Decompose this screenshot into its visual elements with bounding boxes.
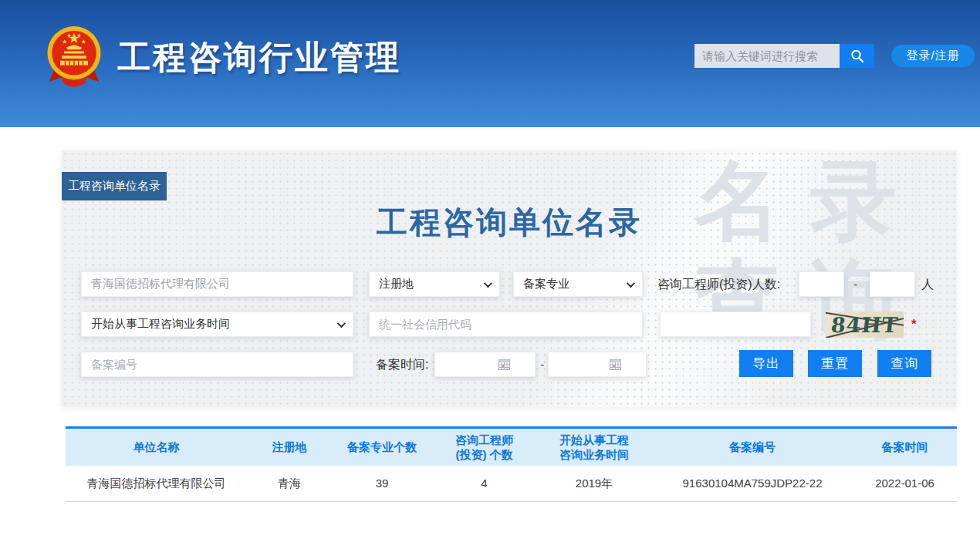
calendar-icon[interactable] (498, 359, 510, 370)
directory-search-panel: 名录 查询 工程咨询单位名录 工程咨询单位名录 注册地 备案专业 咨询工程师(投… (62, 150, 957, 407)
cell-engineer-count: 4 (432, 476, 536, 491)
company-name-input[interactable] (81, 271, 353, 297)
cell-region: 青海 (247, 476, 332, 491)
captcha-input[interactable] (660, 311, 811, 337)
record-time-label: 备案时间: (376, 352, 428, 377)
engineer-count-max-input[interactable] (870, 271, 915, 297)
cell-unit-name: 青海国德招标代理有限公司 (66, 476, 247, 491)
engineer-count-label: 咨询工程师(投资)人数: (657, 271, 780, 297)
col-header-record-number: 备案编号 (652, 439, 853, 455)
table-row: 青海国德招标代理有限公司 青海 39 4 2019年 91630104MA759… (66, 466, 957, 502)
cell-record-number: 91630104MA759JDP22-22 (652, 476, 853, 491)
cell-start-time: 2019年 (536, 476, 652, 491)
results-table: 单位名称 注册地 备案专业个数 咨询工程师 (投资) 个数 开始从事工程 咨询业… (66, 426, 957, 502)
col-header-specialty-count: 备案专业个数 (332, 439, 432, 455)
captcha-image[interactable]: 84HT (826, 311, 904, 338)
reset-button[interactable]: 重置 (808, 350, 862, 377)
chevron-down-icon (337, 318, 346, 327)
search-icon (850, 49, 865, 64)
query-button[interactable]: 查询 (877, 350, 931, 377)
calendar-icon[interactable] (610, 359, 621, 370)
col-header-start-time: 开始从事工程 咨询业务时间 (536, 433, 652, 463)
search-button[interactable] (840, 44, 874, 68)
page-title: 工程咨询行业管理 (117, 35, 401, 80)
table-header-row: 单位名称 注册地 备案专业个数 咨询工程师 (投资) 个数 开始从事工程 咨询业… (66, 429, 957, 466)
region-select[interactable]: 注册地 (369, 271, 500, 297)
credit-code-input[interactable] (369, 311, 643, 337)
captcha-text: 84HT (830, 313, 899, 337)
export-button[interactable]: 导出 (739, 350, 793, 377)
search-input[interactable] (694, 44, 840, 68)
panel-title: 工程咨询单位名录 (62, 201, 957, 244)
col-header-region: 注册地 (247, 439, 332, 455)
chevron-down-icon (627, 278, 635, 287)
col-header-record-time: 备案时间 (853, 439, 957, 455)
person-unit-label: 人 (921, 271, 934, 297)
start-time-select[interactable]: 开始从事工程咨询业务时间 (81, 311, 353, 337)
region-select-value: 注册地 (379, 277, 414, 291)
col-header-unit-name: 单位名称 (66, 439, 247, 455)
chevron-down-icon (484, 278, 492, 287)
start-time-select-value: 开始从事工程咨询业务时间 (91, 317, 230, 332)
national-emblem-logo (46, 25, 102, 88)
record-time-end-input[interactable] (548, 352, 647, 377)
record-number-input[interactable] (81, 352, 353, 377)
record-time-start-input[interactable] (434, 352, 536, 377)
header-search (694, 44, 874, 68)
col-header-engineer-count: 咨询工程师 (投资) 个数 (432, 433, 536, 463)
range-dash: - (853, 271, 857, 297)
site-header: 工程咨询行业管理 登录/注册 (0, 0, 980, 127)
cell-specialty-count: 39 (332, 476, 432, 491)
login-register-button[interactable]: 登录/注册 (891, 45, 975, 67)
specialty-select-value: 备案专业 (523, 277, 569, 291)
specialty-select[interactable]: 备案专业 (513, 271, 643, 297)
cell-record-time: 2022-01-06 (853, 476, 957, 491)
tab-unit-directory[interactable]: 工程咨询单位名录 (62, 172, 167, 200)
engineer-count-min-input[interactable] (799, 271, 844, 297)
required-asterisk: * (911, 311, 917, 337)
date-range-dash: - (540, 352, 544, 377)
